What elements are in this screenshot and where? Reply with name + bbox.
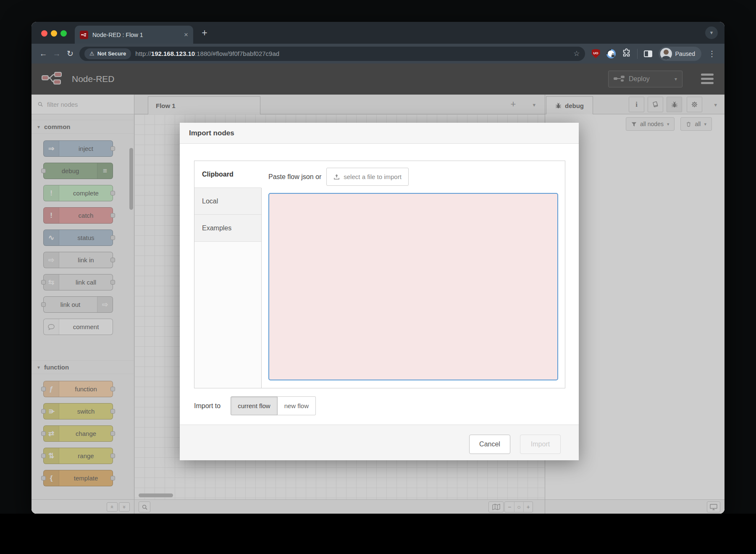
- warning-icon: ⚠: [89, 50, 94, 57]
- clipboard-pane: Paste flow json or select a file to impo…: [262, 161, 565, 388]
- close-tab-icon[interactable]: ×: [184, 31, 188, 38]
- back-button[interactable]: ←: [37, 49, 50, 58]
- select-file-button[interactable]: select a file to import: [326, 168, 409, 186]
- browser-tab[interactable]: Node-RED : Flow 1 ×: [75, 26, 193, 44]
- tab-clipboard[interactable]: Clipboard: [194, 161, 261, 188]
- import-button[interactable]: Import: [520, 435, 561, 454]
- import-to-label: Import to: [194, 402, 220, 410]
- profile-badge[interactable]: Paused: [659, 47, 701, 61]
- dialog-footer: Cancel Import: [180, 425, 579, 460]
- close-window-button[interactable]: [41, 30, 47, 37]
- forward-button[interactable]: →: [50, 49, 63, 58]
- screen: Node-RED : Flow 1 × + ▾ ← → ↻ ⚠ Not Secu…: [0, 0, 756, 554]
- import-target-group: current flow new flow: [231, 396, 316, 415]
- dialog-title: Import nodes: [189, 129, 234, 137]
- cancel-button[interactable]: Cancel: [469, 435, 510, 454]
- extensions-row: UO Paused ⋮: [592, 47, 716, 61]
- address-bar[interactable]: ⚠ Not Secure http://192.168.123.10:1880/…: [79, 47, 585, 61]
- browser-tabstrip: Node-RED : Flow 1 × + ▾: [32, 22, 724, 44]
- import-nodes-dialog: Import nodes Clipboard Local Examples Pa…: [180, 123, 579, 460]
- import-source-box: Clipboard Local Examples Paste flow json…: [194, 161, 565, 388]
- lock-icon: [608, 50, 614, 57]
- not-secure-badge[interactable]: ⚠ Not Secure: [84, 48, 131, 59]
- target-current-flow-button[interactable]: current flow: [231, 396, 278, 415]
- target-new-flow-button[interactable]: new flow: [278, 396, 316, 415]
- import-json-textarea[interactable]: [268, 193, 558, 380]
- browser-menu-icon[interactable]: ⋮: [708, 49, 716, 58]
- password-manager-extension-icon[interactable]: [606, 49, 616, 58]
- tab-examples[interactable]: Examples: [194, 215, 261, 242]
- avatar: [660, 48, 672, 60]
- url-text: http://192.168.123.10:1880/#flow/9f0f7ba…: [135, 50, 279, 57]
- extensions-puzzle-icon[interactable]: [622, 48, 631, 59]
- bookmark-star-icon[interactable]: ☆: [573, 49, 580, 58]
- paste-json-label: Paste flow json or: [268, 173, 321, 181]
- tab-local[interactable]: Local: [194, 188, 261, 215]
- dialog-header: Import nodes: [180, 123, 579, 144]
- new-tab-button[interactable]: +: [199, 27, 210, 39]
- toolbar-divider: [637, 49, 638, 59]
- browser-toolbar: ← → ↻ ⚠ Not Secure http://192.168.123.10…: [32, 44, 724, 63]
- node-red-favicon: [80, 31, 88, 39]
- tab-title: Node-RED : Flow 1: [92, 32, 143, 38]
- ublock-extension-icon[interactable]: UO: [592, 49, 600, 58]
- reload-button[interactable]: ↻: [63, 49, 77, 58]
- minimize-window-button[interactable]: [51, 30, 57, 37]
- fullscreen-window-button[interactable]: [60, 30, 67, 37]
- node-red-app: Node-RED Deploy ▾ filter nodes ▾: [32, 63, 724, 514]
- tab-search-chevron-icon[interactable]: ▾: [705, 26, 718, 39]
- import-target-row: Import to current flow new flow: [194, 396, 316, 415]
- import-source-tabs: Clipboard Local Examples: [194, 161, 262, 388]
- upload-icon: [333, 174, 340, 180]
- side-panel-icon[interactable]: [644, 50, 652, 57]
- browser-window: Node-RED : Flow 1 × + ▾ ← → ↻ ⚠ Not Secu…: [32, 22, 724, 514]
